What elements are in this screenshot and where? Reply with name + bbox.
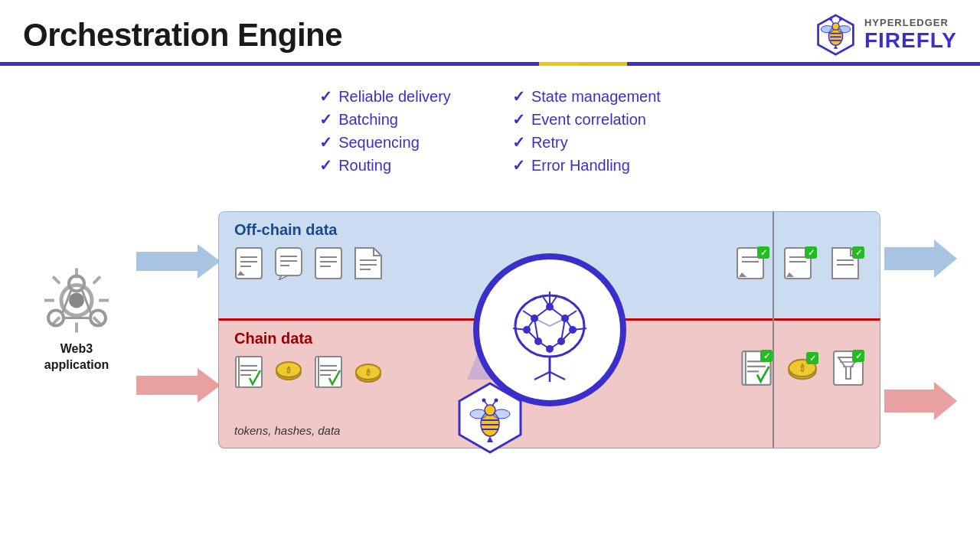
svg-line-98	[550, 307, 565, 318]
feature-routing: ✓ Routing	[319, 156, 451, 174]
svg-text:₿: ₿	[366, 368, 371, 377]
svg-point-7	[832, 23, 839, 30]
doc-chat-1	[274, 246, 303, 280]
svg-text:₿: ₿	[800, 364, 805, 373]
chain-token-checked: ₿ ✓	[786, 352, 818, 387]
svg-rect-68	[315, 357, 341, 387]
logo-area: HYPERLEDGER FIREFLY	[815, 14, 957, 56]
ai-brain-icon	[496, 276, 603, 383]
svg-line-108	[550, 318, 565, 326]
svg-line-118	[565, 311, 577, 318]
svg-rect-60	[236, 357, 262, 387]
svg-marker-45	[355, 248, 381, 279]
chain-title: Chain data	[234, 330, 312, 347]
chain-input-icons: ₿ ₿	[234, 355, 383, 389]
svg-rect-41	[315, 248, 341, 279]
svg-text:₿: ₿	[286, 366, 291, 374]
feature-retry: ✓ Retry	[512, 133, 661, 152]
svg-point-11	[839, 18, 842, 21]
svg-point-134	[495, 399, 498, 403]
features-section: ✓ Reliable delivery ✓ Batching ✓ Sequenc…	[0, 87, 980, 174]
svg-point-133	[482, 399, 486, 403]
output-arrow-chain	[884, 378, 957, 424]
web3-label: Web3 application	[44, 341, 109, 373]
brain-circle	[473, 253, 626, 406]
feature-sequencing: ✓ Sequencing	[319, 133, 451, 152]
offchain-title: Off-chain data	[234, 221, 337, 239]
chain-ledger-1	[234, 355, 263, 389]
svg-line-97	[534, 307, 550, 318]
offchain-input-docs	[234, 246, 383, 280]
chain-subtitle: tokens, hashes, data	[234, 424, 340, 437]
svg-line-113	[542, 295, 550, 307]
main-container: Off-chain data	[218, 211, 880, 448]
features-right: ✓ State management ✓ Event correlation ✓…	[512, 87, 661, 174]
svg-point-10	[829, 18, 832, 21]
svg-line-19	[53, 276, 60, 283]
chain-output-icons: ✓ ₿ ✓	[740, 350, 864, 390]
output-arrow-offchain	[884, 236, 957, 282]
svg-line-112	[550, 372, 565, 380]
offchain-doc-checked-3: ✓	[831, 246, 864, 288]
svg-line-115	[550, 295, 557, 307]
offchain-doc-checked-1: ✓	[736, 246, 769, 288]
svg-line-107	[534, 318, 550, 326]
logo-text: HYPERLEDGER FIREFLY	[864, 17, 957, 53]
main-diagram: Web3 application Off-chain data	[23, 188, 957, 471]
doc-msg-2	[314, 246, 343, 280]
offchain-doc-checked-2: ✓	[783, 246, 817, 288]
logo-firefly: FIREFLY	[864, 28, 957, 53]
svg-marker-30	[136, 368, 220, 403]
doc-message-1	[234, 246, 263, 280]
svg-line-21	[93, 276, 100, 283]
feature-state-management: ✓ State management	[512, 87, 661, 106]
feature-reliable-delivery: ✓ Reliable delivery	[319, 87, 451, 106]
svg-marker-29	[136, 244, 220, 279]
logo-hyperledger: HYPERLEDGER	[864, 17, 949, 28]
svg-line-99	[527, 318, 534, 330]
input-arrow-chain	[136, 364, 220, 406]
web3-application: Web3 application	[23, 264, 130, 373]
svg-line-22	[53, 317, 60, 324]
chain-token-2: ₿	[354, 357, 383, 386]
offchain-output-docs: ✓ ✓	[736, 246, 864, 288]
chain-filter-checked: ✓	[832, 350, 864, 390]
svg-marker-120	[884, 240, 957, 278]
svg-line-105	[538, 341, 550, 349]
input-arrow-offchain	[136, 240, 220, 282]
svg-marker-121	[884, 382, 957, 420]
svg-point-14	[69, 292, 84, 308]
chain-ledger-checked-1: ✓	[740, 350, 773, 390]
svg-line-110	[534, 372, 550, 380]
svg-line-106	[550, 341, 561, 349]
divider-line	[0, 62, 980, 66]
chain-token-1: ₿	[274, 357, 303, 386]
doc-folded	[354, 246, 383, 280]
svg-line-100	[565, 318, 573, 330]
svg-point-23	[48, 310, 64, 325]
firefly-logo-icon	[815, 14, 857, 56]
feature-batching: ✓ Batching	[319, 110, 451, 129]
svg-marker-12	[834, 45, 838, 49]
header: Orchestration Engine HYPERLEDGER FIRE	[0, 0, 980, 56]
svg-line-116	[523, 311, 534, 318]
gear-icon	[41, 264, 113, 337]
page-title: Orchestration Engine	[23, 17, 342, 54]
chain-ledger-2	[314, 355, 343, 389]
svg-point-130	[485, 405, 495, 416]
feature-error-handling: ✓ Error Handling	[512, 156, 661, 174]
feature-event-correlation: ✓ Event correlation	[512, 110, 661, 129]
chain-connector-line	[773, 321, 774, 448]
features-left: ✓ Reliable delivery ✓ Batching ✓ Sequenc…	[319, 87, 451, 174]
